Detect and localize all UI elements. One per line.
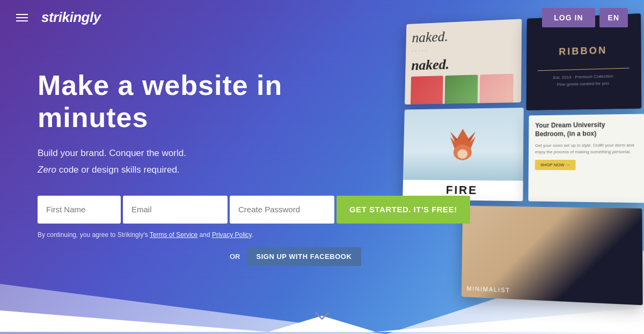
hero-suffix-text: code or design skills required.: [56, 165, 180, 175]
card1-main-title: naked.: [411, 54, 515, 74]
food-item-2: [444, 75, 478, 105]
logo: strikingly: [41, 9, 101, 26]
food-item-3: [479, 74, 513, 105]
chevron-svg: [314, 310, 330, 321]
navbar: strikingly LOG IN EN: [0, 0, 644, 35]
hero-title: Make a website in minutes: [38, 70, 386, 134]
terms-of-service-link[interactable]: Terms of Service: [150, 231, 197, 239]
privacy-policy-link[interactable]: Privacy Policy: [212, 231, 252, 239]
card2-divider: [538, 68, 630, 71]
svg-marker-2: [467, 131, 475, 142]
page-wrapper: strikingly LOG IN EN Make a website in m…: [0, 0, 644, 334]
menu-icon[interactable]: [16, 14, 28, 21]
card5-label: MINIMALIST: [467, 285, 511, 294]
hero-subtitle2: Zero code or design skills required.: [38, 162, 386, 177]
food-item-1: [411, 76, 443, 105]
email-input[interactable]: [123, 196, 228, 224]
nav-left: strikingly: [16, 9, 101, 26]
or-label: OR: [230, 253, 240, 261]
card2-brand: RIBBON: [551, 36, 616, 66]
facebook-row: OR SIGN UP WITH FACEBOOK: [230, 247, 386, 266]
hero-content: Make a website in minutes Build your bra…: [38, 70, 386, 266]
screenshot-card-3: FIRE: [402, 108, 524, 201]
firstname-input[interactable]: [38, 196, 121, 224]
language-button[interactable]: EN: [599, 8, 628, 27]
signup-form: GET STARTED. IT'S FREE!: [38, 196, 386, 224]
card4-cta: SHOP NOW →: [535, 160, 575, 170]
fox-background: [403, 108, 524, 181]
get-started-button[interactable]: GET STARTED. IT'S FREE!: [336, 196, 470, 224]
fire-text: FIRE: [446, 183, 478, 197]
terms-middle: and: [197, 231, 212, 239]
card4-text: Get your room set up in style. Outfit yo…: [535, 142, 638, 155]
terms-suffix: .: [252, 231, 253, 239]
screenshot-card-5: MINIMALIST: [462, 206, 643, 306]
card2-text: Est. 2014 · Premium CollectionFine goods…: [545, 73, 621, 88]
chevron-down-icon[interactable]: [314, 309, 330, 324]
screenshots-container: naked. · · · · · naked. RIBBON Est. 2014…: [400, 13, 644, 309]
fox-icon: [442, 123, 483, 165]
facebook-signup-button[interactable]: SIGN UP WITH FACEBOOK: [247, 247, 362, 266]
card1-subtitle: · · · · ·: [412, 44, 515, 54]
login-button[interactable]: LOG IN: [542, 8, 595, 27]
hero-italic-text: Zero: [38, 165, 56, 175]
nav-right: LOG IN EN: [542, 8, 628, 27]
terms-prefix: By continuing, you agree to Strikingly's: [38, 231, 150, 239]
hero-subtitle1: Build your brand. Conquer the world.: [38, 146, 386, 160]
card1-food-row: [411, 73, 515, 105]
terms-text: By continuing, you agree to Strikingly's…: [38, 231, 386, 239]
screenshot-card-4: Your Dream University Bedroom, (in a box…: [528, 114, 644, 203]
password-input[interactable]: [230, 196, 334, 224]
card4-title: Your Dream University Bedroom, (in a box…: [535, 121, 638, 138]
